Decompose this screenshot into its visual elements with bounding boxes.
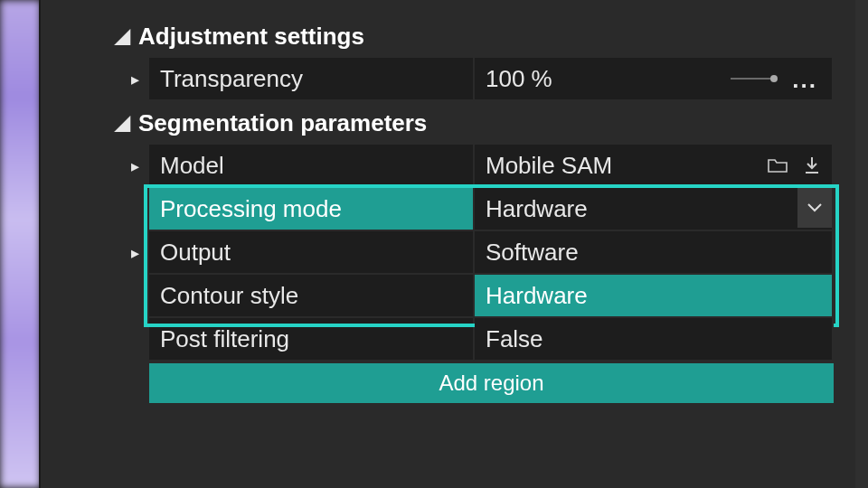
transparency-text: 100 %	[486, 65, 552, 93]
transparency-slider-track[interactable]	[731, 78, 776, 80]
folder-icon[interactable]	[761, 145, 794, 186]
row-post-filtering: Post filtering False	[131, 318, 834, 361]
section-segmentation-parameters[interactable]: ◢ Segmentation parameters	[115, 101, 834, 145]
row-model: ▸ Model Mobile SAM	[131, 145, 834, 188]
download-icon[interactable]	[796, 145, 828, 186]
label-contour-style: Contour style	[149, 275, 475, 318]
option-text: Hardware	[486, 282, 588, 310]
dropdown-option-software[interactable]: Software	[475, 231, 834, 275]
value-processing-mode[interactable]: Hardware	[475, 188, 834, 231]
value-post-filtering[interactable]: False	[475, 318, 834, 361]
section-title: Segmentation parameters	[138, 109, 427, 137]
background-blur	[0, 0, 41, 488]
add-region-label: Add region	[439, 371, 543, 396]
row-transparency: ▸ Transparency 100 % ...	[131, 58, 834, 101]
post-filtering-text: False	[486, 325, 543, 353]
option-text: Software	[486, 239, 579, 267]
expand-icon[interactable]: ▸	[131, 231, 149, 275]
more-icon[interactable]: ...	[792, 66, 817, 94]
collapse-icon: ◢	[115, 24, 138, 48]
row-processing-mode[interactable]: Processing mode Hardware	[131, 188, 834, 231]
expand-icon[interactable]: ▸	[131, 145, 149, 188]
expand-icon[interactable]: ▸	[131, 58, 149, 101]
section-title: Adjustment settings	[138, 23, 364, 51]
processing-mode-text: Hardware	[486, 195, 588, 223]
row-contour-style: Contour style Hardware	[131, 275, 834, 318]
transparency-slider-thumb[interactable]	[770, 75, 778, 82]
spacer	[131, 188, 149, 231]
chevron-down-icon[interactable]	[797, 188, 832, 228]
properties-panel: ◢ Adjustment settings ▸ Transparency 100…	[41, 0, 868, 488]
label-output: Output	[149, 231, 475, 275]
model-text: Mobile SAM	[486, 152, 612, 180]
dropdown-option-hardware[interactable]: Hardware	[475, 275, 834, 318]
label-post-filtering: Post filtering	[149, 318, 475, 361]
spacer	[131, 318, 149, 361]
label-transparency: Transparency	[149, 58, 475, 101]
collapse-icon: ◢	[115, 111, 138, 135]
value-model[interactable]: Mobile SAM	[475, 145, 834, 188]
add-region-button[interactable]: Add region	[149, 363, 834, 403]
section-adjustment-settings[interactable]: ◢ Adjustment settings	[115, 14, 834, 58]
row-output: ▸ Output Software	[131, 231, 834, 275]
scrollbar[interactable]	[855, 0, 868, 488]
spacer	[131, 275, 149, 318]
label-model: Model	[149, 145, 475, 188]
label-processing-mode: Processing mode	[149, 188, 475, 231]
value-transparency[interactable]: 100 % ...	[475, 58, 834, 101]
